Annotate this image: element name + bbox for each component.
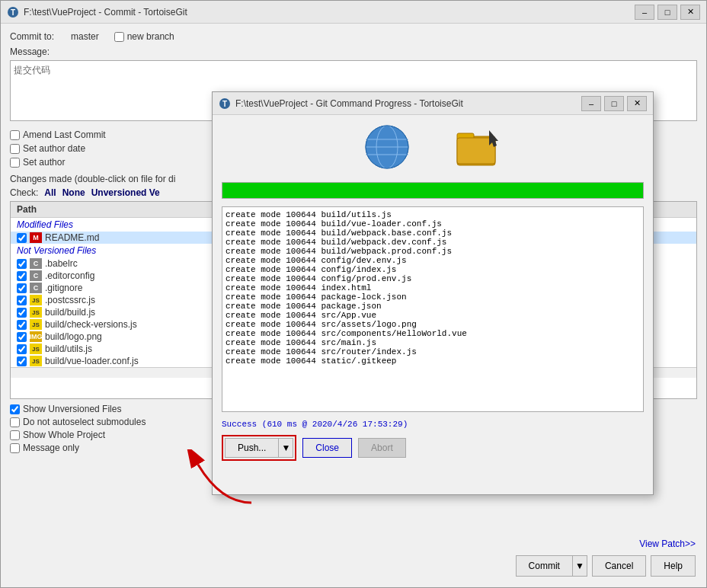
check-label: Check:	[10, 187, 38, 198]
vue-loader-checkbox[interactable]	[17, 356, 27, 366]
commit-split-button: Commit ▼	[516, 555, 587, 577]
bottom-buttons: Commit ▼ Cancel Help	[516, 555, 696, 577]
commit-to-value: master	[71, 31, 99, 42]
gitignore-checkbox[interactable]	[17, 283, 27, 293]
tortoisegit-icon: T	[7, 6, 19, 18]
readme-checkbox[interactable]	[17, 233, 27, 243]
log-line-6: create mode 100644 config/dev.env.js	[226, 256, 640, 265]
abort-button: Abort	[358, 438, 406, 458]
logo-filename: build/logo.png	[45, 331, 102, 342]
readme-icon: M	[30, 232, 42, 243]
readme-filename: README.md	[45, 232, 99, 243]
new-branch-checkbox[interactable]	[114, 32, 124, 42]
gitignore-icon: C	[30, 283, 42, 293]
globe-icon	[364, 124, 410, 170]
progress-bar-container	[222, 182, 644, 199]
show-whole-project-checkbox[interactable]	[10, 430, 20, 440]
folder-icon	[456, 124, 501, 170]
log-line-16: create mode 100644 src/router/index.js	[226, 347, 640, 356]
log-line-13: create mode 100644 src/assets/logo.png	[226, 320, 640, 329]
editorconfig-checkbox[interactable]	[17, 271, 27, 281]
commit-to-label: Commit to:	[10, 31, 71, 42]
push-dropdown-arrow[interactable]: ▼	[278, 438, 293, 458]
set-author-date-checkbox[interactable]	[10, 144, 20, 154]
log-line-17: create mode 100644 static/.gitkeep	[226, 356, 640, 366]
do-not-autoselect-text: Do not autoselect submodules	[23, 417, 146, 427]
new-branch-checkbox-label[interactable]: new branch	[114, 31, 174, 42]
check-versions-filename: build/check-versions.js	[45, 319, 137, 330]
log-line-11: create mode 100644 package.json	[226, 302, 640, 311]
message-only-checkbox[interactable]	[10, 443, 20, 453]
log-line-1: create mode 100644 build/utils.js	[226, 210, 640, 219]
main-window-title: F:\test\VueProject - Commit - TortoiseGi…	[24, 7, 187, 18]
postcssrc-checkbox[interactable]	[17, 296, 27, 305]
show-unversioned-checkbox[interactable]	[10, 404, 20, 414]
progress-minimize-button[interactable]: –	[581, 96, 601, 111]
log-line-7: create mode 100644 config/index.js	[226, 265, 640, 274]
progress-dialog-title: F:\test\VueProject - Git Command Progres…	[235, 98, 463, 109]
log-line-10: create mode 100644 package-lock.json	[226, 292, 640, 302]
check-all-link[interactable]: All	[44, 187, 56, 198]
log-line-3: create mode 100644 build/webpack.base.co…	[226, 228, 640, 238]
log-line-14: create mode 100644 src/components/HelloW…	[226, 329, 640, 338]
show-whole-project-text: Show Whole Project	[23, 430, 105, 440]
progress-icons	[364, 124, 501, 170]
set-author-date-label-text: Set author date	[23, 143, 85, 154]
progress-dialog: T F:\test\VueProject - Git Command Progr…	[212, 91, 654, 495]
close-button[interactable]: ✕	[680, 5, 700, 20]
gitignore-filename: .gitignore	[45, 283, 82, 293]
babelrc-checkbox[interactable]	[17, 259, 27, 269]
log-line-2: create mode 100644 build/vue-loader.conf…	[226, 219, 640, 228]
check-unversioned-link[interactable]: Unversioned Ve	[91, 187, 160, 198]
progress-title-bar: T F:\test\VueProject - Git Command Progr…	[213, 92, 653, 115]
check-versions-checkbox[interactable]	[17, 320, 27, 330]
log-line-9: create mode 100644 index.html	[226, 283, 640, 292]
show-unversioned-text: Show Unversioned Files	[23, 404, 121, 414]
close-dialog-button[interactable]: Close	[302, 438, 352, 458]
vue-loader-icon: JS	[30, 356, 42, 366]
log-line-12: create mode 100644 src/App.vue	[226, 311, 640, 320]
svg-text:T: T	[11, 8, 15, 17]
postcssrc-filename: .postcssrc.js	[45, 295, 95, 305]
editorconfig-filename: .editorconfig	[45, 270, 94, 281]
minimize-button[interactable]: –	[635, 5, 654, 20]
babelrc-icon: C	[30, 258, 42, 269]
postcssrc-icon: JS	[30, 295, 42, 305]
babelrc-filename: .babelrc	[45, 258, 78, 269]
cancel-button[interactable]: Cancel	[592, 555, 646, 577]
progress-dialog-icon: T	[219, 97, 231, 110]
commit-dropdown-arrow[interactable]: ▼	[572, 555, 587, 577]
logo-icon: IMG	[30, 331, 42, 342]
build-build-icon: JS	[30, 307, 42, 318]
check-versions-icon: JS	[30, 319, 42, 330]
view-patch-link[interactable]: View Patch>>	[639, 538, 696, 549]
success-text: Success (610 ms @ 2020/4/26 17:53:29)	[222, 420, 408, 429]
set-author-checkbox[interactable]	[10, 158, 20, 168]
log-line-5: create mode 100644 build/webpack.prod.co…	[226, 247, 640, 256]
amend-last-commit-checkbox[interactable]	[10, 130, 20, 140]
set-author-label-text: Set author	[23, 157, 65, 168]
logo-checkbox[interactable]	[17, 332, 27, 342]
log-line-4: create mode 100644 build/webpack.dev.con…	[226, 238, 640, 247]
progress-close-button[interactable]: ✕	[627, 96, 647, 111]
progress-maximize-button[interactable]: □	[604, 96, 624, 111]
message-label: Message:	[10, 46, 697, 57]
progress-log[interactable]: create mode 100644 build/utils.js create…	[222, 206, 644, 412]
commit-button[interactable]: Commit	[516, 555, 572, 577]
progress-bar-fill	[222, 183, 643, 198]
utils-checkbox[interactable]	[17, 344, 27, 354]
arrow-annotation	[175, 449, 267, 513]
maximize-button[interactable]: □	[657, 5, 677, 20]
commit-to-row: Commit to: master new branch	[10, 31, 697, 42]
progress-content: create mode 100644 build/utils.js create…	[213, 115, 653, 470]
amend-label: Amend Last Commit	[23, 129, 106, 140]
vue-loader-filename: build/vue-loader.conf.js	[45, 356, 139, 366]
do-not-autoselect-checkbox[interactable]	[10, 417, 20, 427]
help-button[interactable]: Help	[651, 555, 696, 577]
new-branch-label: new branch	[127, 31, 174, 42]
utils-icon: JS	[30, 344, 42, 354]
build-build-checkbox[interactable]	[17, 308, 27, 318]
message-only-text: Message only	[23, 443, 79, 453]
check-none-link[interactable]: None	[62, 187, 85, 198]
arrow-svg	[175, 449, 267, 510]
